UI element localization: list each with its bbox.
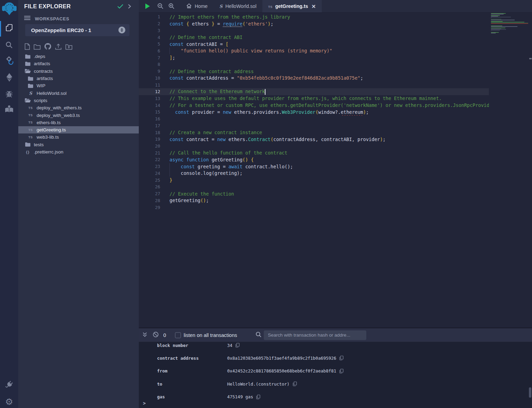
check-icon[interactable] — [117, 4, 124, 10]
code-line-28[interactable]: 28getGreeting(); — [139, 197, 489, 204]
tab-helloworld-sol[interactable]: SHelloWorld.sol — [213, 0, 262, 12]
rail-item-remix-logo[interactable] — [0, 1, 18, 18]
rail-item-solidity-compiler[interactable] — [0, 54, 18, 69]
publish-to-gist-icon[interactable] — [44, 43, 51, 50]
explorer-header: FILE EXPLORER — [18, 3, 139, 12]
zoom-in-icon[interactable] — [168, 3, 175, 11]
tree-item-contracts[interactable]: contracts — [18, 68, 139, 75]
code-line-19[interactable]: 19const contract = new ethers.Contract(c… — [139, 136, 489, 143]
copy-icon[interactable] — [293, 381, 297, 386]
rail-item-deploy-run[interactable] — [0, 71, 18, 85]
code-line-9[interactable]: 9// Define the contract address — [139, 68, 489, 75]
code-line-20[interactable]: 20 — [139, 143, 489, 150]
code-line-18[interactable]: 18// Create a new contract instance — [139, 129, 489, 136]
upload-folder-icon[interactable] — [65, 44, 72, 50]
folder-icon — [28, 84, 33, 88]
chevron-right-icon[interactable] — [128, 4, 131, 10]
listen-label: listen on all transactions — [184, 332, 237, 338]
solidity-compiler-icon — [4, 56, 14, 67]
code-line-6[interactable]: 6 "function hello() public view returns … — [139, 48, 489, 54]
code-line-16[interactable]: 16 — [139, 116, 489, 122]
code-line-7[interactable]: 7]; — [139, 54, 489, 61]
tree-item-label: .deps — [34, 54, 45, 59]
rail-item-settings[interactable]: ⚙ — [0, 395, 18, 408]
tree-item-helloworld-sol[interactable]: SHelloWorld.sol — [18, 89, 139, 97]
rail-item-search[interactable] — [0, 38, 18, 53]
copy-icon[interactable] — [235, 343, 240, 348]
debugger-icon — [5, 90, 13, 100]
code-line-24[interactable]: 24 console.log(greeting); — [139, 170, 489, 177]
new-file-icon[interactable] — [25, 43, 30, 50]
clear-console-icon[interactable] — [153, 331, 159, 339]
zoom-out-icon[interactable] — [157, 3, 164, 11]
detail-label: to — [157, 381, 162, 387]
copy-icon[interactable] — [256, 395, 260, 399]
code-line-13[interactable]: 13// This example uses the default provi… — [139, 95, 489, 102]
new-folder-icon[interactable] — [33, 44, 41, 50]
code-line-4[interactable]: 4// Define the contract ABI — [139, 34, 489, 41]
tree-item-deploy-with-ethers-ts[interactable]: TSdeploy_with_ethers.ts — [18, 104, 139, 111]
code-line-23[interactable]: 23 const greeting = await contract.hello… — [139, 163, 489, 170]
upload-file-icon[interactable] — [55, 43, 62, 50]
code-line-2[interactable]: 2const { ethers } = require('ethers'); — [139, 20, 489, 27]
tree-item-deps[interactable]: .deps — [18, 53, 139, 60]
tab-bar: HomeSHelloWorld.solTSgetGreeting.ts✕ — [139, 0, 532, 13]
tab-getgreeting-ts[interactable]: TSgetGreeting.ts✕ — [262, 0, 322, 12]
tree-item-tests[interactable]: tests — [18, 141, 139, 148]
code-line-8[interactable]: 8 — [139, 61, 489, 68]
copy-icon[interactable] — [339, 369, 344, 374]
workspace-select[interactable]: OpenZeppelin ERC20 - 1 — [25, 24, 129, 36]
tree-item-artifacts[interactable]: artifacts — [18, 60, 139, 67]
tree-item-getgreeting-ts[interactable]: TSgetGreeting.ts — [18, 126, 139, 133]
tree-item-wip[interactable]: WIP — [18, 82, 139, 89]
code-editor[interactable]: 1// Import ethers from the ethers.js lib… — [139, 13, 532, 328]
code-line-3[interactable]: 3 — [139, 27, 489, 34]
tree-item-ethers-lib-ts[interactable]: TSethers-lib.ts — [18, 119, 139, 126]
ts-icon: TS — [28, 113, 33, 117]
close-tab-icon[interactable]: ✕ — [311, 4, 316, 9]
workspaces-menu-icon[interactable] — [24, 16, 30, 22]
code-line-10[interactable]: 10const contractAddress = "0xb54febb5c0c… — [139, 74, 489, 81]
tree-item-web3-lib-ts[interactable]: TSweb3-lib.ts — [18, 133, 139, 141]
rail-item-learneth[interactable] — [0, 102, 18, 117]
code-line-14[interactable]: 14// For a testnet or custom RPC, use et… — [139, 102, 489, 109]
code-line-27[interactable]: 27// Execute the function — [139, 190, 489, 197]
tree-item-scripts[interactable]: scripts — [18, 97, 139, 104]
code-line-22[interactable]: 22async function getGreeting() { — [139, 156, 489, 163]
run-script-button[interactable] — [145, 3, 150, 9]
code-line-5[interactable]: 5const contractABI = [ — [139, 41, 489, 48]
tree-item-prettierrc-json[interactable]: {}.prettierrc.json — [18, 148, 139, 156]
rail-item-debugger[interactable] — [0, 88, 18, 102]
code-line-26[interactable]: 26 — [139, 183, 489, 190]
terminal-search-input[interactable] — [264, 330, 366, 340]
panel-title: FILE EXPLORER — [24, 3, 71, 10]
tree-item-artifacts[interactable]: artifacts — [18, 75, 139, 82]
solidity-icon: S — [28, 91, 33, 96]
tree-item-label: deploy_with_web3.ts — [37, 113, 80, 118]
code-line-21[interactable]: 21// Call the hello function of the cont… — [139, 149, 489, 156]
code-line-25[interactable]: 25} — [139, 177, 489, 183]
icon-rail: ⚙ — [0, 0, 19, 408]
rail-item-plugin-manager[interactable] — [0, 378, 18, 392]
code-line-15[interactable]: 15 const provider = new ethers.providers… — [139, 109, 489, 116]
code-line-12[interactable]: 12// Connect to the Ethereum network — [139, 88, 489, 95]
code-line-29[interactable]: 29 — [139, 204, 489, 211]
code-line-11[interactable]: 11 — [139, 81, 489, 88]
listen-checkbox[interactable] — [175, 332, 181, 338]
rail-item-file-explorer[interactable] — [0, 21, 18, 36]
tab-label: getGreeting.ts — [275, 3, 308, 9]
terminal-collapse-icon[interactable] — [142, 331, 147, 339]
detail-value: 0x8a120383e6057b1f3aef4fa9b89c2f1b0a6959… — [227, 356, 336, 361]
ts-icon: TS — [28, 136, 33, 139]
terminal-output[interactable]: block number34contract address0x8a120383… — [139, 342, 532, 408]
code-line-1[interactable]: 1// Import ethers from the ethers.js lib… — [139, 13, 489, 20]
detail-label: block number — [157, 343, 188, 348]
terminal-scrollbar[interactable] — [529, 387, 531, 398]
tab-home[interactable]: Home — [180, 0, 213, 12]
terminal-row-gas: gas475149 gas — [139, 394, 532, 400]
tree-item-deploy-with-web3-ts[interactable]: TSdeploy_with_web3.ts — [18, 111, 139, 119]
copy-icon[interactable] — [339, 356, 344, 360]
code-line-17[interactable]: 17 — [139, 122, 489, 129]
minimap[interactable] — [490, 13, 529, 328]
detail-value: 0x42452c22c88178685850e68beb6cf0f2aeab8f… — [227, 368, 336, 374]
